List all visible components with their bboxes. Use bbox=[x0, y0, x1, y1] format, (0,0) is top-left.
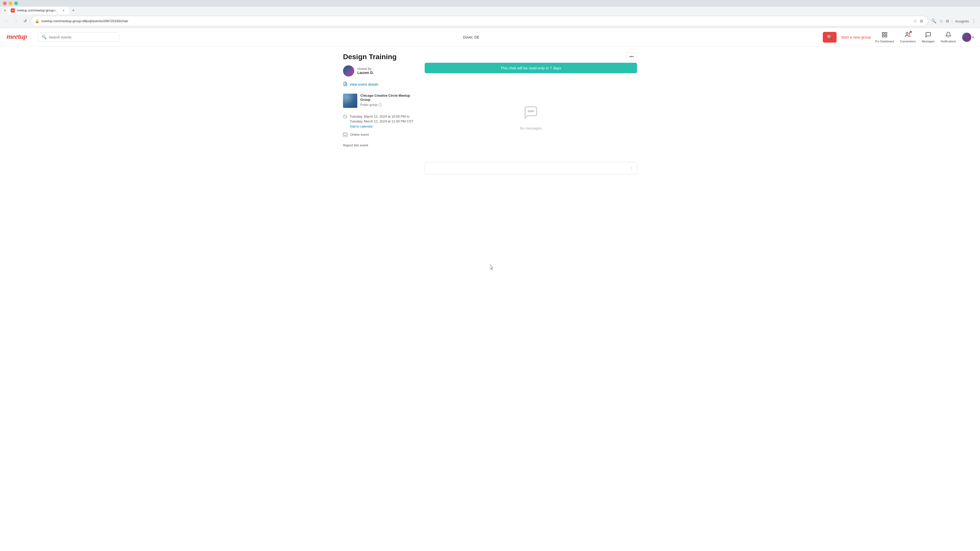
browser-tab-active[interactable]: m meetup.com/meetup-group-id... × bbox=[8, 6, 69, 14]
notifications-icon bbox=[945, 32, 951, 39]
meetup-logo[interactable]: meetup bbox=[6, 31, 32, 43]
address-extensions-button[interactable]: ⧉ bbox=[919, 18, 924, 24]
toolbar-bookmark-button[interactable]: ☆ bbox=[939, 17, 944, 24]
pro-dashboard-icon bbox=[881, 32, 888, 39]
chat-area: ••• This chat will be read-only in 7 day… bbox=[425, 52, 637, 175]
svg-rect-1 bbox=[882, 32, 884, 34]
svg-rect-2 bbox=[885, 32, 887, 34]
browser-tab-bar: ▾ m meetup.com/meetup-group-id... × + bbox=[0, 6, 980, 14]
group-thumb-image bbox=[343, 94, 357, 108]
nav-messages[interactable]: Messages bbox=[922, 32, 935, 43]
datetime-content: Tuesday, March 12, 2024 at 10:00 PM to T… bbox=[350, 114, 414, 128]
view-event-details-link[interactable]: View event details bbox=[343, 82, 414, 87]
no-messages-icon bbox=[523, 105, 538, 123]
header-nav: Pro Dashboard Connections bbox=[875, 32, 974, 43]
search-submit-button[interactable]: 🔍 bbox=[823, 32, 837, 43]
event-sidebar: Design Training Hosted By Lauren D. bbox=[343, 52, 414, 175]
nav-pro-dashboard[interactable]: Pro Dashboard bbox=[875, 32, 894, 43]
address-text: meetup.com/meetup-group-idfjoojl/events/… bbox=[41, 19, 910, 23]
connections-label: Connections bbox=[900, 40, 916, 43]
messages-icon bbox=[925, 32, 931, 39]
connections-icon bbox=[905, 32, 911, 39]
group-type: Public group ? bbox=[360, 103, 414, 106]
chat-message-input[interactable] bbox=[429, 166, 628, 170]
notifications-label: Notifications bbox=[941, 40, 956, 43]
chat-readonly-banner: This chat will be read-only in 7 days bbox=[425, 63, 637, 73]
hosted-by-label: Hosted By bbox=[357, 67, 374, 71]
toolbar-search-button[interactable]: 🔍 bbox=[930, 17, 937, 24]
chat-input-area: ↑ bbox=[425, 162, 637, 175]
meetup-app: meetup 🔍 Dover, DE 🔍 Start a new group bbox=[0, 28, 980, 181]
browser-chrome: ▾ m meetup.com/meetup-group-id... × + ← … bbox=[0, 0, 980, 28]
no-messages-text: No messages bbox=[520, 126, 542, 130]
svg-point-10 bbox=[528, 111, 530, 112]
clock-icon bbox=[343, 114, 347, 120]
svg-rect-9 bbox=[344, 133, 347, 135]
messages-label: Messages bbox=[922, 40, 935, 43]
svg-point-5 bbox=[906, 32, 908, 35]
event-title: Design Training bbox=[343, 52, 414, 61]
avatar-image bbox=[962, 33, 971, 42]
help-icon[interactable]: ? bbox=[379, 103, 382, 106]
toolbar-divider bbox=[952, 19, 952, 24]
connections-badge bbox=[910, 31, 912, 33]
tab-group-selector[interactable]: ▾ bbox=[3, 8, 6, 13]
report-event-link[interactable]: Report this event bbox=[343, 143, 368, 147]
host-text: Hosted By Lauren D. bbox=[357, 67, 374, 75]
more-options-container: ••• bbox=[425, 52, 637, 61]
start-group-link[interactable]: Start a new group bbox=[841, 35, 871, 39]
back-button[interactable]: ← bbox=[3, 17, 10, 25]
window-minimize-button[interactable] bbox=[9, 2, 12, 5]
address-actions: ☆ ⧉ bbox=[912, 17, 924, 24]
toolbar-more-button[interactable]: ⋮ bbox=[971, 17, 977, 24]
host-info: Hosted By Lauren D. bbox=[343, 65, 414, 76]
toolbar-extensions-button[interactable]: ⧉ bbox=[945, 18, 950, 24]
group-thumbnail bbox=[343, 94, 357, 108]
more-options-button[interactable]: ••• bbox=[626, 52, 637, 61]
group-type-label: Public group bbox=[360, 103, 377, 106]
tab-favicon: m bbox=[11, 8, 15, 13]
user-avatar-dropdown[interactable]: ▾ bbox=[962, 33, 974, 42]
search-input[interactable] bbox=[49, 35, 116, 39]
search-bar[interactable]: 🔍 bbox=[38, 32, 119, 42]
svg-rect-4 bbox=[885, 35, 887, 37]
tab-close-button[interactable]: × bbox=[61, 8, 66, 13]
add-to-calendar-link[interactable]: Add to calendar bbox=[350, 124, 414, 128]
host-avatar bbox=[343, 65, 354, 76]
address-lock-icon: 🔒 bbox=[35, 19, 39, 23]
host-name: Lauren D. bbox=[357, 71, 374, 75]
tab-title: meetup.com/meetup-group-id... bbox=[17, 9, 59, 12]
refresh-button[interactable]: ↺ bbox=[21, 17, 29, 25]
view-event-details-label: View event details bbox=[350, 83, 379, 86]
main-content: Design Training Hosted By Lauren D. bbox=[337, 46, 643, 181]
new-tab-button[interactable]: + bbox=[70, 7, 77, 14]
app-header: meetup 🔍 Dover, DE 🔍 Start a new group bbox=[0, 28, 980, 46]
browser-titlebar bbox=[0, 0, 980, 6]
window-controls bbox=[3, 2, 18, 5]
group-name: Chicago Creative Circle Meetup Group bbox=[360, 94, 414, 102]
forward-button[interactable]: → bbox=[12, 17, 19, 25]
address-bar[interactable]: 🔒 meetup.com/meetup-group-idfjoojl/event… bbox=[30, 16, 928, 26]
nav-notifications[interactable]: Notifications bbox=[941, 32, 956, 43]
datetime-text: Tuesday, March 12, 2024 at 10:00 PM to T… bbox=[350, 114, 414, 124]
search-icon: 🔍 bbox=[41, 35, 47, 40]
online-event-label: Online event bbox=[350, 133, 369, 137]
browser-addressbar: ← → ↺ 🔒 meetup.com/meetup-group-idfjoojl… bbox=[0, 14, 980, 28]
svg-rect-3 bbox=[882, 35, 884, 37]
window-close-button[interactable] bbox=[3, 2, 6, 5]
toolbar-profile-button[interactable]: Incognito bbox=[954, 18, 970, 24]
svg-text:meetup: meetup bbox=[6, 32, 27, 40]
avatar-dropdown-arrow: ▾ bbox=[972, 35, 974, 39]
svg-point-11 bbox=[530, 111, 531, 112]
user-avatar bbox=[962, 33, 971, 42]
online-event-row: Online event bbox=[343, 132, 414, 137]
pro-dashboard-label: Pro Dashboard bbox=[875, 40, 894, 43]
address-star-button[interactable]: ☆ bbox=[912, 17, 918, 24]
event-datetime: Tuesday, March 12, 2024 at 10:00 PM to T… bbox=[343, 114, 414, 128]
document-icon bbox=[343, 82, 348, 87]
window-maximize-button[interactable] bbox=[14, 2, 18, 5]
nav-connections[interactable]: Connections bbox=[900, 32, 916, 43]
chat-send-button[interactable]: ↑ bbox=[630, 165, 633, 171]
chat-messages-area: No messages bbox=[425, 79, 637, 156]
svg-point-12 bbox=[532, 111, 533, 112]
